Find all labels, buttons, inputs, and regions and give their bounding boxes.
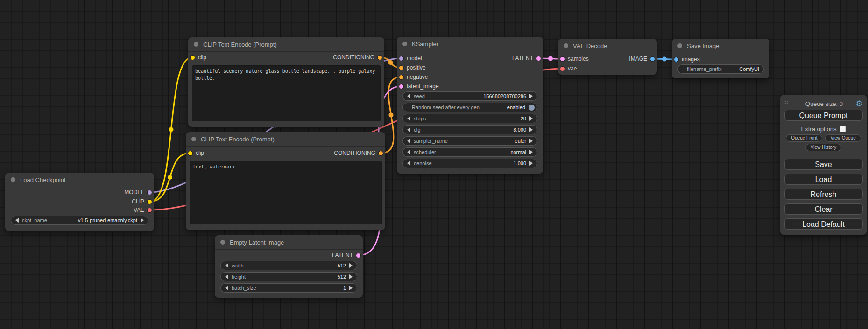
stepper-right-arrow-icon[interactable] — [529, 116, 533, 121]
slot-dot-clip[interactable] — [191, 56, 195, 60]
stepper-left-arrow-icon[interactable] — [407, 150, 410, 154]
slot-dot-vae[interactable] — [148, 208, 152, 212]
wire-midpoint-dot-image-to-images — [662, 57, 667, 62]
load-default-button[interactable]: Load Default — [784, 218, 863, 230]
node-load-checkpoint[interactable]: Load CheckpointMODELCLIPVAEckpt_namev1-5… — [5, 173, 154, 231]
slot-label: CONDITIONING — [333, 54, 374, 61]
slot-dot-latent[interactable] — [356, 253, 360, 258]
slot-dot-images[interactable] — [674, 57, 678, 62]
node-title-bar[interactable]: Save Image — [672, 39, 769, 53]
slot-dot-latent_image[interactable] — [399, 84, 403, 89]
stepper-left-arrow-icon[interactable] — [407, 94, 410, 98]
stepper-right-arrow-icon[interactable] — [349, 263, 353, 268]
slot-label: LATENT — [512, 55, 533, 62]
stepper-right-arrow-icon[interactable] — [529, 161, 533, 166]
stepper-right-arrow-icon[interactable] — [529, 127, 533, 132]
prompt-textarea[interactable]: text, watermark — [190, 161, 382, 224]
node-vae-decode[interactable]: VAE DecodesamplesvaeIMAGE — [558, 39, 657, 75]
node-ksampler[interactable]: KSamplermodelpositivenegativelatent_imag… — [397, 37, 543, 174]
toggle-circle-icon[interactable] — [529, 105, 535, 111]
collapse-dot-icon[interactable] — [677, 43, 682, 48]
node-title-text: KSampler — [412, 41, 438, 48]
slot-dot-clip[interactable] — [148, 200, 152, 204]
slot-dot-positive[interactable] — [399, 66, 403, 70]
widget-filename-prefix[interactable]: filename_prefixComfyUI — [677, 64, 764, 74]
gear-icon[interactable]: ⚙ — [856, 100, 863, 108]
slot-label: CONDITIONING — [334, 150, 375, 156]
load-button[interactable]: Load — [784, 174, 863, 185]
collapse-dot-icon[interactable] — [220, 240, 225, 245]
slot-label: MODEL — [124, 189, 144, 196]
clear-button[interactable]: Clear — [784, 203, 863, 215]
slot-dot-latent[interactable] — [536, 56, 541, 61]
slot-dot-conditioning[interactable] — [379, 151, 383, 155]
widget-sampler-name[interactable]: sampler_nameeuler — [402, 136, 537, 146]
slot-dot-vae[interactable] — [560, 67, 565, 71]
collapse-dot-icon[interactable] — [191, 137, 196, 141]
widget-scheduler[interactable]: schedulernormal — [402, 147, 537, 157]
node-title-bar[interactable]: KSampler — [397, 37, 543, 51]
widget-denoise[interactable]: denoise1.000 — [402, 159, 537, 168]
node-title-bar[interactable]: Load Checkpoint — [5, 173, 154, 187]
node-title-bar[interactable]: Empty Latent Image — [215, 235, 363, 250]
collapse-dot-icon[interactable] — [194, 42, 198, 47]
queue-front-button[interactable]: Queue Front — [786, 134, 822, 142]
stepper-right-arrow-icon[interactable] — [141, 218, 144, 223]
refresh-button[interactable]: Refresh — [784, 189, 863, 200]
stepper-left-arrow-icon[interactable] — [407, 116, 410, 121]
view-history-button[interactable]: View History — [805, 144, 841, 151]
widget-value: v1-5-pruned-emaonly.ckpt — [78, 217, 137, 223]
wire-midpoint-dot-clip-to-negative-prompt — [168, 175, 172, 180]
widget-batch-size[interactable]: batch_size1 — [220, 283, 357, 293]
queue-panel-header: ⠿ Queue size: 0 ⚙ — [784, 98, 863, 110]
stepper-left-arrow-icon[interactable] — [225, 274, 228, 279]
stepper-left-arrow-icon[interactable] — [407, 139, 410, 143]
slot-dot-negative[interactable] — [399, 75, 403, 79]
prompt-textarea[interactable]: beautiful scenery nature glass bottle la… — [192, 65, 381, 121]
widget-cfg[interactable]: cfg8.000 — [402, 125, 537, 134]
collapse-dot-icon[interactable] — [564, 43, 568, 48]
widget-seed[interactable]: seed156680208700286 — [402, 91, 537, 101]
save-button[interactable]: Save — [784, 159, 863, 170]
node-empty-latent-image[interactable]: Empty Latent ImageLATENTwidth512height51… — [215, 235, 363, 298]
stepper-left-arrow-icon[interactable] — [225, 286, 228, 290]
slot-dot-clip[interactable] — [188, 151, 192, 155]
node-title-bar[interactable]: VAE Decode — [558, 39, 657, 53]
stepper-left-arrow-icon[interactable] — [407, 127, 410, 132]
node-title-bar[interactable]: CLIP Text Encode (Prompt) — [188, 37, 384, 52]
view-queue-button[interactable]: View Queue — [825, 134, 861, 142]
output-slot-conditioning: CONDITIONING — [333, 53, 382, 62]
stepper-right-arrow-icon[interactable] — [529, 150, 533, 154]
widget-width[interactable]: width512 — [220, 261, 357, 270]
widget-label: width — [232, 263, 244, 268]
slot-label: VAE — [134, 207, 144, 213]
stepper-left-arrow-icon[interactable] — [407, 161, 410, 166]
extra-options-checkbox[interactable] — [840, 126, 846, 132]
widget-value: 8.000 — [513, 127, 526, 133]
collapse-dot-icon[interactable] — [402, 42, 407, 46]
stepper-right-arrow-icon[interactable] — [349, 286, 353, 290]
slot-dot-model[interactable] — [148, 190, 152, 195]
node-clip-text-encode-positive[interactable]: CLIP Text Encode (Prompt)clipCONDITIONIN… — [188, 37, 384, 127]
queue-prompt-button[interactable]: Queue Prompt — [784, 110, 863, 121]
slot-dot-model[interactable] — [399, 56, 403, 61]
stepper-right-arrow-icon[interactable] — [529, 139, 533, 143]
widget-value: ComfyUI — [739, 66, 759, 72]
slot-dot-image[interactable] — [650, 57, 655, 61]
input-slot-clip: clip — [191, 53, 206, 62]
collapse-dot-icon[interactable] — [11, 177, 15, 182]
slot-dot-conditioning[interactable] — [378, 56, 382, 60]
widget-steps[interactable]: steps20 — [402, 114, 537, 123]
stepper-right-arrow-icon[interactable] — [529, 94, 533, 98]
drag-handle-icon[interactable]: ⠿ — [784, 100, 792, 107]
widget-ckpt-name[interactable]: ckpt_namev1-5-pruned-emaonly.ckpt — [11, 216, 148, 225]
node-title-bar[interactable]: CLIP Text Encode (Prompt) — [186, 132, 385, 147]
widget-random-seed-after-every-gen[interactable]: Random seed after every genenabled — [402, 103, 537, 112]
node-clip-text-encode-negative[interactable]: CLIP Text Encode (Prompt)clipCONDITIONIN… — [186, 132, 385, 230]
widget-height[interactable]: height512 — [220, 272, 357, 281]
node-save-image[interactable]: Save Imageimagesfilename_prefixComfyUI — [672, 39, 769, 78]
stepper-right-arrow-icon[interactable] — [349, 274, 353, 279]
slot-dot-samples[interactable] — [560, 57, 565, 61]
stepper-left-arrow-icon[interactable] — [15, 218, 19, 223]
stepper-left-arrow-icon[interactable] — [225, 263, 228, 268]
